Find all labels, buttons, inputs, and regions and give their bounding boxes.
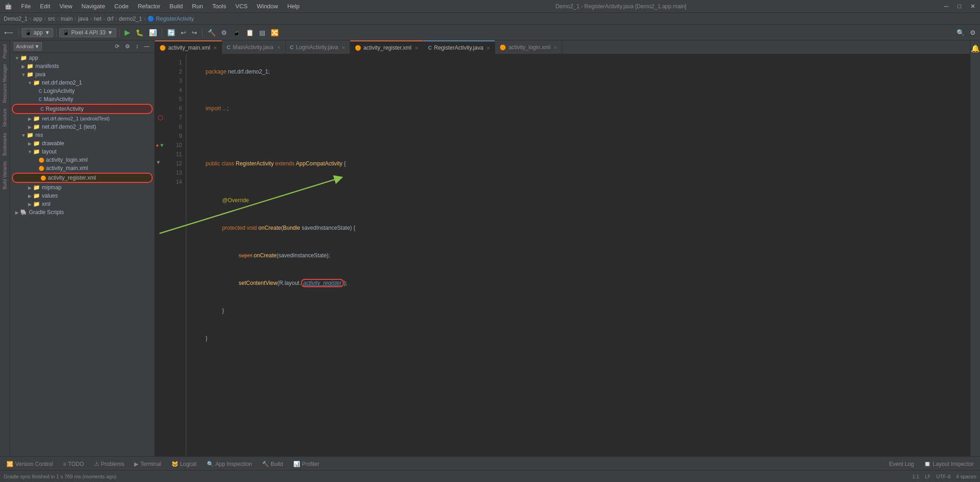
bottom-tab-logcat[interactable]: 🐱 Logcat [167, 459, 201, 469]
link-activity-register[interactable]: activity_register [301, 279, 344, 287]
undo-button[interactable]: ↩ [178, 28, 188, 38]
sidebar-structure-icon[interactable]: Structure [1, 107, 8, 129]
breakpoint-icon[interactable]: ● [156, 142, 159, 148]
tree-item-res[interactable]: ▼ 📁 res [10, 131, 154, 139]
menu-navigate[interactable]: Navigate [80, 2, 107, 11]
breadcrumb-demo2_1[interactable]: Demo2_1 [4, 16, 28, 22]
project-view-dropdown[interactable]: Android ▼ [14, 42, 42, 51]
tree-item-gradle[interactable]: ▶ 🐘 Gradle Scripts [10, 208, 154, 216]
breadcrumb-java[interactable]: java [78, 16, 88, 22]
tree-item-drawable[interactable]: ▶ 📁 drawable [10, 139, 154, 147]
project-expand-icon[interactable]: ↕ [134, 43, 140, 50]
run-button[interactable]: ▶ [122, 27, 132, 38]
minimize-button[interactable]: ─ [942, 2, 950, 11]
project-settings-icon[interactable]: ⚙ [124, 43, 131, 50]
project-collapse-icon[interactable]: — [142, 43, 151, 50]
tree-item-mainactivity[interactable]: C MainActivity [10, 95, 154, 103]
device-mgr-button[interactable]: 📋 [244, 28, 256, 38]
bottom-tab-layout-inspector[interactable]: 🔲 Layout Inspector [919, 459, 978, 469]
breadcrumb-demo2_1-pkg[interactable]: demo2_1 [119, 16, 142, 22]
sidebar-bookmarks-icon[interactable]: Bookmarks [1, 131, 8, 158]
menu-code[interactable]: Code [113, 2, 131, 11]
tab-activity-login-xml[interactable]: 🟠 activity_login.xml ✕ [495, 40, 562, 54]
breadcrumb-src[interactable]: src [48, 16, 55, 22]
tree-item-app[interactable]: ▼ 📁 app [10, 54, 154, 62]
tree-item-loginactivity[interactable]: C LoginActivity [10, 87, 154, 95]
bottom-tab-app-inspection[interactable]: 🔍 App Inspection [202, 459, 256, 469]
profile-button[interactable]: 📊 [147, 28, 159, 38]
status-lf[interactable]: LF [925, 474, 931, 479]
tab-activity-login-xml-close[interactable]: ✕ [553, 45, 557, 50]
sidebar-build-variants-icon[interactable]: Build Variants [1, 159, 8, 191]
breadcrumb-registeractivity[interactable]: 🔵 RegisterActivity [148, 16, 194, 22]
menu-view[interactable]: View [57, 2, 74, 11]
bottom-tab-terminal[interactable]: ▶ Terminal [130, 459, 165, 469]
tree-item-androidtest[interactable]: ▶ 📁 net.drf.demo2_1 (androidTest) [10, 114, 154, 123]
run-config-dropdown[interactable]: 📱 app ▼ [22, 28, 53, 37]
code-content[interactable]: package net.drf.demo2_1; import ...; pub… [187, 54, 970, 456]
bottom-tab-problems[interactable]: ⚠ Problems [90, 459, 129, 469]
tab-activity-main-xml[interactable]: 🟠 activity_main.xml ✕ [155, 40, 222, 54]
sdk-button[interactable]: ⚙ [219, 28, 229, 38]
tree-item-pkg[interactable]: ▼ 📁 net.drf.demo2_1 [10, 79, 154, 87]
menu-refactor[interactable]: Refactor [136, 2, 162, 11]
tab-activity-main-xml-close[interactable]: ✕ [213, 45, 217, 51]
menu-tools[interactable]: Tools [211, 2, 228, 11]
tree-item-activity-login-xml[interactable]: 🟠 activity_login.xml [10, 156, 154, 164]
collapse-icon-10[interactable]: ▼ [160, 142, 165, 148]
tree-item-java[interactable]: ▼ 📁 java [10, 70, 154, 79]
menu-file[interactable]: File [19, 2, 33, 11]
tree-item-activity-register-xml[interactable]: 🟠 activity_register.xml [12, 173, 153, 183]
sync-button[interactable]: 🔄 [165, 28, 177, 38]
tab-loginactivity[interactable]: C LoginActivity.java ✕ [285, 40, 350, 54]
breadcrumb-net[interactable]: net [94, 16, 102, 22]
tab-mainactivity-close[interactable]: ✕ [277, 45, 280, 50]
menu-help[interactable]: Help [285, 2, 302, 11]
breadcrumb-main[interactable]: main [61, 16, 73, 22]
tree-item-layout[interactable]: ▼ 📁 layout [10, 147, 154, 156]
tab-mainactivity[interactable]: C MainActivity.java ✕ [222, 40, 285, 54]
bottom-tab-profiler[interactable]: 📊 Profiler [289, 459, 324, 469]
tree-item-test[interactable]: ▶ 📁 net.drf.demo2_1 (test) [10, 123, 154, 131]
debug-button[interactable]: 🐛 [133, 28, 146, 38]
redo-button[interactable]: ↪ [189, 28, 199, 38]
tree-item-activity-main-xml[interactable]: 🟠 activity_main.xml [10, 164, 154, 172]
breadcrumb-drf[interactable]: drf [107, 16, 114, 22]
bottom-tab-build[interactable]: 🔨 Build [257, 459, 288, 469]
tab-activity-register-xml-close[interactable]: ✕ [415, 45, 418, 51]
menu-build[interactable]: Build [168, 2, 185, 11]
layout-button[interactable]: ▤ [257, 28, 268, 38]
menu-edit[interactable]: Edit [38, 2, 52, 11]
device-dropdown[interactable]: 📱 Pixel 4 API 33 ▼ [59, 28, 116, 37]
tree-item-xml-folder[interactable]: ▶ 📁 xml [10, 200, 154, 208]
status-indent[interactable]: 4 spaces [956, 474, 976, 479]
close-button[interactable]: ✕ [969, 2, 977, 11]
sidebar-resource-manager-icon[interactable]: Resource Manager [1, 62, 8, 105]
project-sync-icon[interactable]: ⟳ [114, 43, 121, 50]
tree-item-values[interactable]: ▶ 📁 values [10, 192, 154, 200]
menu-window[interactable]: Window [255, 2, 280, 11]
search-everywhere-button[interactable]: 🔍 [954, 28, 967, 38]
tree-item-manifests[interactable]: ▶ 📁 manifests [10, 62, 154, 70]
menu-run[interactable]: Run [190, 2, 205, 11]
status-position[interactable]: 1:1 [912, 474, 919, 479]
tab-activity-register-xml[interactable]: 🟠 activity_register.xml ✕ [350, 40, 424, 54]
breadcrumb-app[interactable]: app [33, 16, 42, 22]
git-button[interactable]: 🔀 [268, 28, 281, 38]
tree-item-registeractivity[interactable]: C RegisterActivity [12, 104, 153, 114]
tree-item-mipmap[interactable]: ▶ 📁 mipmap [10, 183, 154, 192]
status-encoding[interactable]: UTF-8 [936, 474, 951, 479]
bottom-tab-todo[interactable]: ≡ TODO [58, 459, 88, 469]
notifications-icon[interactable]: 🔔 [970, 42, 980, 55]
sidebar-project-icon[interactable]: Project [1, 42, 8, 60]
bottom-tab-version-control[interactable]: 🔀 Version Control [2, 459, 57, 469]
collapse-icon-12[interactable]: ▼ [156, 159, 161, 165]
build-button[interactable]: 🔨 [205, 28, 218, 38]
bottom-tab-event-log[interactable]: Event Log [884, 459, 918, 469]
tab-registeractivity-close[interactable]: ✕ [486, 45, 490, 51]
settings-button[interactable]: ⚙ [968, 28, 978, 38]
menu-vcs[interactable]: VCS [234, 2, 250, 11]
tab-registeractivity[interactable]: C RegisterActivity.java ✕ [423, 40, 495, 54]
back-button[interactable]: ⟵ [2, 28, 16, 38]
avd-button[interactable]: 📱 [230, 28, 243, 38]
